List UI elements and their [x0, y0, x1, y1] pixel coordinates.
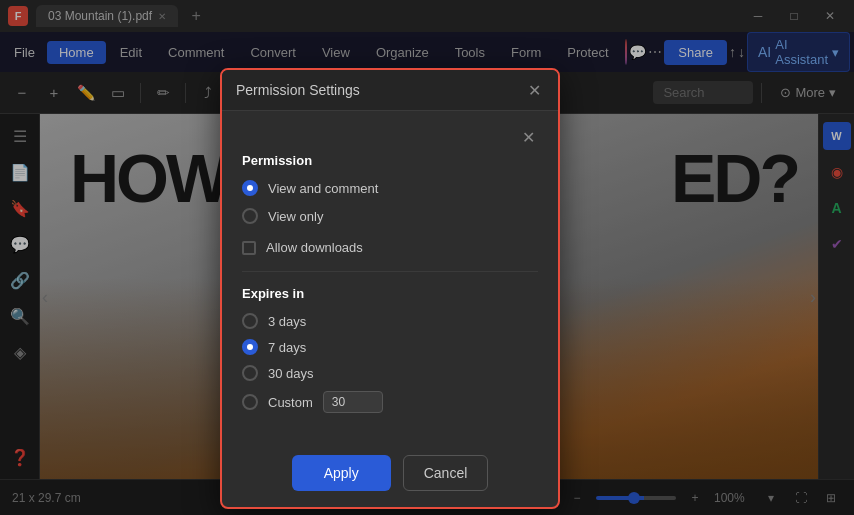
custom-option[interactable]: Custom: [242, 394, 313, 410]
modal-close-button[interactable]: ✕: [524, 80, 544, 100]
permission-radio-group: View and comment View only: [242, 180, 538, 224]
thirty-days-option[interactable]: 30 days: [242, 365, 538, 381]
allow-downloads-option[interactable]: Allow downloads: [242, 240, 538, 255]
permission-settings-modal: Permission Settings ✕ ✕ Permission View …: [220, 68, 560, 509]
custom-row: Custom: [242, 391, 538, 413]
inner-close-button[interactable]: ✕: [518, 127, 538, 147]
three-days-option[interactable]: 3 days: [242, 313, 538, 329]
modal-header: Permission Settings ✕: [222, 70, 558, 111]
section-divider: [242, 271, 538, 272]
cancel-button[interactable]: Cancel: [403, 455, 489, 491]
seven-days-option[interactable]: 7 days: [242, 339, 538, 355]
thirty-days-label: 30 days: [268, 366, 314, 381]
expires-section: Expires in 3 days 7 days 30 days: [242, 286, 538, 413]
custom-radio[interactable]: [242, 394, 258, 410]
view-comment-option[interactable]: View and comment: [242, 180, 538, 196]
custom-label: Custom: [268, 395, 313, 410]
modal-title: Permission Settings: [236, 82, 360, 98]
modal-overlay[interactable]: Permission Settings ✕ ✕ Permission View …: [0, 0, 854, 515]
expires-options: 3 days 7 days 30 days Custom: [242, 313, 538, 413]
thirty-days-radio[interactable]: [242, 365, 258, 381]
seven-days-label: 7 days: [268, 340, 306, 355]
custom-days-input[interactable]: [323, 391, 383, 413]
view-only-label: View only: [268, 209, 323, 224]
modal-body: ✕ Permission View and comment View only …: [222, 111, 558, 443]
apply-button[interactable]: Apply: [292, 455, 391, 491]
three-days-label: 3 days: [268, 314, 306, 329]
permission-section-label: Permission: [242, 153, 538, 168]
modal-footer: Apply Cancel: [222, 443, 558, 507]
expires-section-label: Expires in: [242, 286, 538, 301]
three-days-radio[interactable]: [242, 313, 258, 329]
view-only-radio[interactable]: [242, 208, 258, 224]
allow-downloads-label: Allow downloads: [266, 240, 363, 255]
modal-inner-close-row: ✕: [242, 127, 538, 147]
allow-downloads-checkbox[interactable]: [242, 241, 256, 255]
view-only-option[interactable]: View only: [242, 208, 538, 224]
seven-days-radio[interactable]: [242, 339, 258, 355]
view-comment-label: View and comment: [268, 181, 378, 196]
view-comment-radio[interactable]: [242, 180, 258, 196]
